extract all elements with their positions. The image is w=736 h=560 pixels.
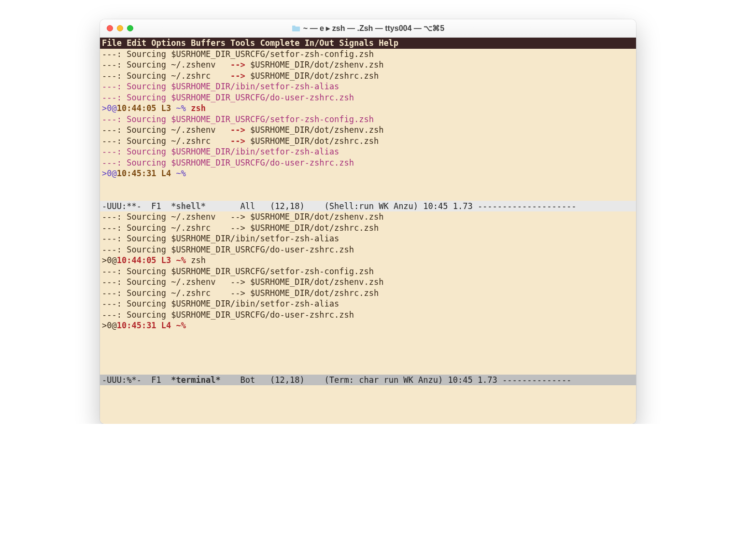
terminal-line: >0@10:44:05 L3 ~% zsh bbox=[100, 255, 636, 266]
terminal-line: ---: Sourcing ~/.zshenv --> $USRHOME_DIR… bbox=[100, 211, 636, 223]
text-segment: ---: Sourcing ~/.zshenv --> $USRHOME_DIR… bbox=[102, 212, 383, 222]
terminal-line: ---: Sourcing ~/.zshrc --> $USRHOME_DIR/… bbox=[100, 136, 636, 147]
terminal-line: ---: Sourcing ~/.zshrc --> $USRHOME_DIR/… bbox=[100, 288, 636, 299]
terminal-line: ---: Sourcing $USRHOME_DIR/ibin/setfor-z… bbox=[100, 233, 636, 244]
modeline-position: Bot (12,18) (Term: char run WK Anzu) 10:… bbox=[241, 375, 572, 385]
text-segment: ---: Sourcing ~/.zshenv bbox=[102, 125, 230, 135]
terminal-line: ---: Sourcing $USRHOME_DIR/ibin/setfor-z… bbox=[100, 81, 636, 92]
zoom-button[interactable] bbox=[127, 25, 133, 31]
text-segment: ---: Sourcing ~/.zshrc --> $USRHOME_DIR/… bbox=[102, 288, 379, 298]
terminal-window: ~ — e ▸ zsh — .Zsh — ttys004 — ⌥⌘5 File … bbox=[100, 19, 636, 424]
text-segment: ~% bbox=[176, 103, 191, 113]
terminal-line: ---: Sourcing ~/.zshenv --> $USRHOME_DIR… bbox=[100, 277, 636, 288]
text-segment: $USRHOME_DIR/dot/zshenv.zsh bbox=[245, 125, 384, 135]
modeline-buffer-name: *terminal* bbox=[171, 375, 220, 385]
text-segment: >0@ bbox=[102, 255, 117, 265]
terminal-line: ---: Sourcing ~/.zshrc --> $USRHOME_DIR/… bbox=[100, 223, 636, 234]
text-segment: ---: Sourcing $USRHOME_DIR/ibin/setfor-z… bbox=[102, 234, 339, 243]
text-segment: ---: Sourcing ~/.zshrc bbox=[102, 136, 230, 146]
shell-pane[interactable]: ---: Sourcing $USRHOME_DIR_USRCFG/setfor… bbox=[100, 49, 636, 179]
text-segment: --> bbox=[230, 125, 245, 135]
text-segment: ~% bbox=[176, 168, 186, 178]
text-segment: 10:44:05 L3 bbox=[117, 103, 176, 113]
terminal-line: ---: Sourcing $USRHOME_DIR_USRCFG/do-use… bbox=[100, 157, 636, 168]
terminal-line: ---: Sourcing ~/.zshenv --> $USRHOME_DIR… bbox=[100, 125, 636, 136]
titlebar[interactable]: ~ — e ▸ zsh — .Zsh — ttys004 — ⌥⌘5 bbox=[100, 19, 636, 38]
terminal-line: >0@10:45:31 L4 ~% bbox=[100, 320, 636, 331]
terminal-line: ---: Sourcing ~/.zshenv --> $USRHOME_DIR… bbox=[100, 59, 636, 70]
terminal-line: ---: Sourcing $USRHOME_DIR_USRCFG/do-use… bbox=[100, 92, 636, 103]
text-segment: ---: Sourcing $USRHOME_DIR_USRCFG/do-use… bbox=[102, 245, 354, 254]
terminal-line: ---: Sourcing $USRHOME_DIR_USRCFG/setfor… bbox=[100, 114, 636, 125]
folder-icon bbox=[292, 25, 300, 32]
text-segment: ---: Sourcing $USRHOME_DIR_USRCFG/setfor… bbox=[102, 266, 374, 276]
modeline-buffer-name: *shell* bbox=[171, 201, 206, 211]
text-segment: $USRHOME_DIR/dot/zshrc.zsh bbox=[245, 71, 379, 81]
text-segment: 10:45:31 L4 bbox=[117, 168, 176, 178]
text-segment: ---: Sourcing $USRHOME_DIR/ibin/setfor-z… bbox=[102, 82, 339, 91]
terminal-line: ---: Sourcing $USRHOME_DIR/ibin/setfor-z… bbox=[100, 146, 636, 157]
text-segment: ---: Sourcing $USRHOME_DIR/ibin/setfor-z… bbox=[102, 147, 339, 156]
text-segment: $USRHOME_DIR/dot/zshenv.zsh bbox=[245, 60, 384, 70]
text-segment: >0@ bbox=[102, 103, 117, 113]
traffic-lights bbox=[100, 25, 133, 31]
text-segment: $USRHOME_DIR/dot/zshrc.zsh bbox=[245, 136, 379, 146]
emacs-menubar[interactable]: File Edit Options Buffers Tools Complete… bbox=[100, 38, 636, 49]
terminal-line: >0@10:45:31 L4 ~% bbox=[100, 168, 636, 179]
terminal-line: ---: Sourcing $USRHOME_DIR_USRCFG/setfor… bbox=[100, 266, 636, 277]
title-container: ~ — e ▸ zsh — .Zsh — ttys004 — ⌥⌘5 bbox=[100, 24, 636, 33]
text-segment: ---: Sourcing $USRHOME_DIR_USRCFG/setfor… bbox=[102, 49, 374, 59]
terminal-line: ---: Sourcing $USRHOME_DIR_USRCFG/setfor… bbox=[100, 49, 636, 60]
text-segment: ---: Sourcing ~/.zshrc bbox=[102, 71, 230, 81]
terminal-line: ---: Sourcing $USRHOME_DIR/ibin/setfor-z… bbox=[100, 298, 636, 309]
text-segment: >0@ bbox=[102, 321, 117, 330]
terminal-pane[interactable]: ---: Sourcing ~/.zshenv --> $USRHOME_DIR… bbox=[100, 211, 636, 331]
text-segment: zsh bbox=[191, 103, 206, 113]
text-segment: ---: Sourcing ~/.zshenv bbox=[102, 60, 230, 70]
close-button[interactable] bbox=[107, 25, 113, 31]
text-segment: ---: Sourcing $USRHOME_DIR_USRCFG/do-use… bbox=[102, 93, 354, 102]
modeline-position: All (12,18) (Shell:run WK Anzu) 10:45 1.… bbox=[241, 201, 577, 211]
modeline-prefix: -UUU:**- F1 bbox=[102, 201, 171, 211]
minimize-button[interactable] bbox=[117, 25, 123, 31]
text-segment: zsh bbox=[186, 255, 206, 265]
text-segment: ---: Sourcing $USRHOME_DIR_USRCFG/do-use… bbox=[102, 158, 354, 168]
text-segment: ---: Sourcing ~/.zshenv --> $USRHOME_DIR… bbox=[102, 277, 383, 287]
text-segment: 10:44:05 L3 ~% bbox=[117, 255, 186, 265]
text-segment: ---: Sourcing $USRHOME_DIR_USRCFG/do-use… bbox=[102, 310, 354, 320]
text-segment: ---: Sourcing $USRHOME_DIR/ibin/setfor-z… bbox=[102, 299, 339, 308]
modeline-terminal[interactable]: -UUU:%*- F1 *terminal* Bot (12,18) (Term… bbox=[100, 375, 636, 386]
text-segment: --> bbox=[230, 136, 245, 146]
text-segment: ---: Sourcing ~/.zshrc --> $USRHOME_DIR/… bbox=[102, 223, 379, 233]
modeline-prefix: -UUU:%*- F1 bbox=[102, 375, 171, 385]
terminal-line: ---: Sourcing $USRHOME_DIR_USRCFG/do-use… bbox=[100, 309, 636, 321]
modeline-shell[interactable]: -UUU:**- F1 *shell* All (12,18) (Shell:r… bbox=[100, 201, 636, 212]
terminal-line: >0@10:44:05 L3 ~% zsh bbox=[100, 103, 636, 114]
window-title: ~ — e ▸ zsh — .Zsh — ttys004 — ⌥⌘5 bbox=[303, 24, 444, 33]
terminal-line: ---: Sourcing $USRHOME_DIR_USRCFG/do-use… bbox=[100, 244, 636, 255]
terminal-body[interactable]: File Edit Options Buffers Tools Complete… bbox=[100, 38, 636, 424]
text-segment: ---: Sourcing $USRHOME_DIR_USRCFG/setfor… bbox=[102, 114, 374, 124]
text-segment: >0@ bbox=[102, 168, 117, 178]
terminal-line: ---: Sourcing ~/.zshrc --> $USRHOME_DIR/… bbox=[100, 70, 636, 82]
text-segment: --> bbox=[230, 60, 245, 70]
text-segment: --> bbox=[230, 71, 245, 81]
text-segment: 10:45:31 L4 ~% bbox=[117, 321, 186, 330]
